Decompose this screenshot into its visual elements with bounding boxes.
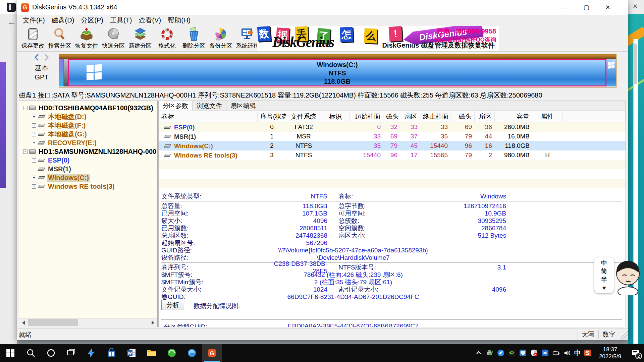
partition-block-msr[interactable] xyxy=(64,59,68,86)
collapse-icon[interactable]: - xyxy=(23,149,28,154)
detail-row-3: 已用空间:107.1GB可用空间:10.9GB xyxy=(159,210,626,217)
expand-icon[interactable]: + xyxy=(32,184,36,189)
column-header-1[interactable]: 序号(状态) xyxy=(258,111,286,122)
expand-icon[interactable]: + xyxy=(32,158,36,163)
next-disk-icon[interactable] xyxy=(43,54,49,61)
resize-grip[interactable] xyxy=(619,329,628,340)
toolbar-button-save[interactable]: 保存更改 xyxy=(19,25,46,51)
column-header-4[interactable]: 起始柱面 xyxy=(350,111,383,122)
analyze-button[interactable]: 分析 xyxy=(161,300,184,310)
taskbar-task-view-button[interactable] xyxy=(61,344,81,362)
tree-item-4[interactable]: +RECOVERY(E:) xyxy=(19,138,157,147)
column-header-2[interactable]: 文件系统 xyxy=(286,111,321,122)
bird-app-icon[interactable] xyxy=(497,349,505,357)
taskbar-diskgenius-app-button[interactable]: G xyxy=(202,344,222,362)
taskbar-start-button[interactable] xyxy=(0,344,21,362)
expand-icon[interactable]: + xyxy=(32,132,36,136)
nvidia-icon[interactable] xyxy=(508,349,516,357)
taskbar-taskbar-search-button[interactable] xyxy=(21,344,41,362)
tree-item-9[interactable]: +Windows RE tools(3) xyxy=(19,182,157,191)
taskbar-green-app-button[interactable] xyxy=(162,344,182,362)
taskbar-store-app-button[interactable] xyxy=(101,344,121,362)
toolbar-button-recover-files[interactable]: 恢复文件 xyxy=(73,25,100,51)
toolbar-button-search-partition[interactable]: 搜索分区 xyxy=(46,25,73,51)
toolbar-button-quick-partition[interactable]: 快速分区 xyxy=(100,25,127,51)
background-scrollbar-thumb[interactable] xyxy=(634,44,637,84)
column-header-11[interactable]: 属性 xyxy=(532,111,562,122)
column-header-0[interactable]: 卷标 xyxy=(159,111,258,122)
menu-item-3[interactable]: 工具(T) xyxy=(107,16,136,25)
intel-graphics-icon[interactable] xyxy=(519,349,527,357)
defender-alert-icon[interactable] xyxy=(530,349,538,357)
table-row-1[interactable]: MSR(1)1MSR33693735794416.0MB xyxy=(159,132,626,141)
menu-item-5[interactable]: 帮助(H) xyxy=(164,16,194,25)
back-arrow-icon[interactable]: ← xyxy=(7,17,16,27)
printer-icon[interactable] xyxy=(486,349,494,357)
sogou-icon[interactable]: S xyxy=(584,349,592,357)
chevron-up-icon[interactable] xyxy=(475,349,483,357)
toolbar-button-delete-partition[interactable]: 删除分区 xyxy=(180,25,207,51)
ime-indicator[interactable]: 中 xyxy=(574,349,581,357)
tab-0[interactable]: 分区参数 xyxy=(159,101,193,111)
tree-item-3[interactable]: +本地磁盘(G:) xyxy=(19,130,157,138)
table-row-2[interactable]: Windows(C:)2NTFS357945154409616118.0GB xyxy=(159,141,626,150)
close-icon[interactable]: ✕ xyxy=(633,3,638,10)
taskbar-file-explorer-button[interactable] xyxy=(142,344,162,362)
close-button[interactable]: ✕ xyxy=(597,0,619,15)
toolbar-button-backup-partition[interactable]: 备份分区 xyxy=(207,25,234,51)
tree-item-6[interactable]: +ESP(0) xyxy=(19,156,157,165)
toolbar-button-new-partition[interactable]: 新建分区 xyxy=(127,25,154,51)
menu-item-0[interactable]: 文件(F) xyxy=(19,16,48,25)
snowflake-icon[interactable] xyxy=(541,349,549,357)
taskbar-clock[interactable]: 18:37 2022/5/9 xyxy=(595,346,626,360)
column-header-10[interactable]: 容量 xyxy=(495,111,532,122)
scrollbar-thumb[interactable] xyxy=(28,319,78,326)
menu-item-1[interactable]: 磁盘(D) xyxy=(48,16,78,25)
partition-block-windows-c[interactable]: Windows(C:) NTFS 118.0GB xyxy=(68,59,606,86)
partition-block-esp[interactable] xyxy=(59,59,64,86)
expand-icon[interactable]: + xyxy=(32,176,36,180)
tree-item-5[interactable]: -HD1:SAMSUNGMZNLN128HAHQ-000 xyxy=(19,147,157,156)
taskbar-lightning-app-button[interactable] xyxy=(81,344,101,362)
tree-item-label: 本地磁盘(F:) xyxy=(47,121,87,130)
ime-floating-panel[interactable]: 中简半♥ xyxy=(594,257,614,293)
battery-icon[interactable] xyxy=(552,349,560,357)
table-row-0[interactable]: ESP(0)0FAT3203233336936260.0MB xyxy=(159,122,626,132)
volume-icon[interactable] xyxy=(563,349,571,357)
tree-item-7[interactable]: MSR(1) xyxy=(19,165,157,173)
table-row-3[interactable]: Windows RE tools(3)3NTFS1544096171556579… xyxy=(159,150,626,160)
scroll-left-arrow[interactable] xyxy=(19,318,28,327)
tree-item-8[interactable]: +Windows(C:) xyxy=(19,173,157,182)
tree-item-2[interactable]: +本地磁盘(F:) xyxy=(19,121,157,130)
scroll-right-arrow[interactable] xyxy=(149,318,157,327)
expand-icon[interactable]: + xyxy=(32,141,36,145)
collapse-icon[interactable]: - xyxy=(23,106,28,110)
promo-banner[interactable]: 数据丢了怎么! DiskGenius DiskGenius 致电: 400-00… xyxy=(257,26,499,51)
taskbar-cortana-button[interactable] xyxy=(41,344,61,362)
minimize-button[interactable]: — xyxy=(554,0,576,15)
column-header-5[interactable]: 磁头 xyxy=(383,111,400,122)
background-scrollbar[interactable] xyxy=(633,39,638,344)
column-header-7[interactable]: 终止柱面 xyxy=(420,111,450,122)
taskbar-word-app-button[interactable]: W xyxy=(121,344,142,362)
action-center-button[interactable]: 2 xyxy=(629,344,643,362)
expand-icon[interactable]: + xyxy=(32,123,36,128)
tree-horizontal-scrollbar[interactable] xyxy=(19,318,157,327)
tab-1[interactable]: 浏览文件 xyxy=(193,101,226,111)
column-header-8[interactable]: 磁头 xyxy=(450,111,475,122)
taskbar-edge-app-button[interactable] xyxy=(182,344,202,362)
tree-item-1[interactable]: +本地磁盘(D:) xyxy=(19,112,157,121)
volume-name: ESP(0) xyxy=(173,123,196,132)
column-header-3[interactable]: 标识 xyxy=(321,111,350,122)
column-header-9[interactable]: 扇区 xyxy=(475,111,495,122)
menu-item-2[interactable]: 分区(P) xyxy=(77,16,107,25)
maximize-button[interactable]: ▢ xyxy=(576,0,597,15)
menu-item-4[interactable]: 查看(V) xyxy=(136,16,165,25)
expand-icon[interactable]: + xyxy=(32,115,36,119)
tab-2[interactable]: 扇区编辑 xyxy=(226,101,260,111)
column-header-6[interactable]: 扇区 xyxy=(400,111,420,122)
prev-disk-icon[interactable] xyxy=(34,54,40,61)
toolbar-button-format[interactable]: 格式化 xyxy=(154,25,180,51)
partition-block-re-tools[interactable] xyxy=(606,59,616,86)
tree-item-0[interactable]: -HD0:TOSHIBAMQ04ABF100(932GB) xyxy=(19,104,157,112)
